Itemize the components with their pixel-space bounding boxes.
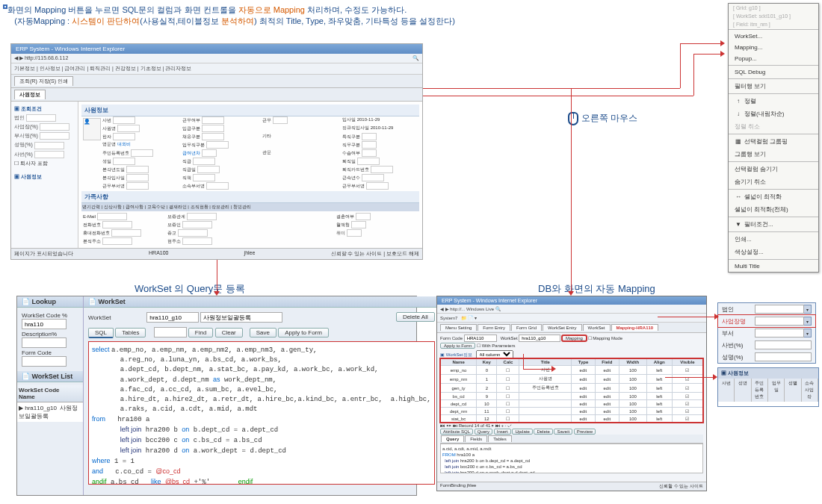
mapping-button[interactable]: Mapping xyxy=(562,335,587,341)
tab-userinfo[interactable]: 사원정보 xyxy=(14,90,46,99)
menu-item[interactable]: 건강정보 xyxy=(115,66,136,71)
erp-menubar[interactable]: 기본정보 | 인사정보 | 급여관리 | 퇴직관리 | 건강정보 | 기초정보 … xyxy=(11,63,422,75)
erp-detail-pane: 사원정보 👤 사번 근무여부 근무 입사일 2010-11-29 사원명 임금구… xyxy=(78,102,422,258)
ctx-info: [ WorkSet: sdd101_g10 ] xyxy=(729,12,818,20)
ctx-filter-cond[interactable]: ▼필터조건... xyxy=(729,218,818,231)
ctx-popup[interactable]: Popup... xyxy=(729,53,818,64)
ctx-width-opt[interactable]: ↔셀넓이 최적화 xyxy=(729,190,818,203)
ctx-multi-title[interactable]: Multi Title xyxy=(729,261,818,272)
db-ws-input[interactable] xyxy=(519,335,560,342)
ctx-info: [ Grid: g10 ] xyxy=(729,4,818,12)
menu-item[interactable]: 관리자정보 xyxy=(165,66,191,71)
find-input[interactable] xyxy=(154,327,187,337)
db-mapping-caption: DB와 화면의 자동 Mapping xyxy=(538,282,655,296)
apply-form-button[interactable]: Apply to Form xyxy=(440,343,475,349)
ctx-sort-asc[interactable]: ↑정렬 xyxy=(729,95,818,108)
arrow-head-icon xyxy=(568,291,574,296)
erp-section2-title: 가족사항 xyxy=(81,191,419,203)
db-formcode[interactable] xyxy=(464,335,497,342)
arrow xyxy=(523,369,553,370)
workset-panel: 📄 Lookup WorkSet Code % Description% For… xyxy=(16,296,417,496)
ctx-sort-desc[interactable]: ↓정렬(내림차순) xyxy=(729,108,818,120)
sql-editor[interactable]: select select a.emp_no, a.emp_nm, a.emp_… xyxy=(88,341,435,485)
mini-result-table: ▣ 사원정보 사번성명주민등록번호업무일성별소속사업장 xyxy=(717,367,819,407)
menu-item[interactable]: 기본정보 xyxy=(14,66,35,71)
erp-statusbar: 페이지가 표시되었습니다 HRA100 jhlee 신뢰할 수 있는 사이트 |… xyxy=(11,248,422,259)
tab-sql[interactable]: SQL xyxy=(88,328,114,338)
ctx-info: [ Field: itm_nm ] xyxy=(729,20,818,28)
workset-header: 📄 WorkSet xyxy=(84,296,439,308)
dropdown-icon[interactable]: ▾ xyxy=(804,305,812,314)
field-input[interactable] xyxy=(755,305,804,314)
menu-item[interactable]: 급여관리 xyxy=(64,66,85,71)
tab-tables[interactable]: Tables xyxy=(115,328,146,337)
apply-button[interactable]: Apply to Form xyxy=(278,328,329,337)
db-combo[interactable]: All column xyxy=(476,350,513,358)
erp-content-tabs: 사원정보 xyxy=(11,88,422,102)
workset-list-header: 📄 WorkSet List xyxy=(17,371,83,382)
delete-all-button[interactable]: Delete All xyxy=(396,312,435,322)
ctx-workset[interactable]: WorkSet... xyxy=(729,31,818,42)
erp-window: ERP System - Windows Internet Explorer ◀… xyxy=(10,43,423,260)
field-input[interactable] xyxy=(755,317,804,326)
context-menu[interactable]: [ Grid: g10 ] [ WorkSet: sdd101_g10 ] [ … xyxy=(728,3,819,273)
erp-titlebar: ERP System - Windows Internet Explorer xyxy=(11,44,422,54)
dropdown-icon[interactable]: ▾ xyxy=(804,317,812,326)
field-input[interactable] xyxy=(755,340,812,349)
ctx-color[interactable]: 색상설정... xyxy=(729,246,818,258)
attr-sql-btn[interactable]: Attribute SQL xyxy=(440,429,473,435)
menu-item[interactable]: 기초정보 xyxy=(140,66,161,71)
ctx-filterrow[interactable]: 필터행 보기 xyxy=(729,80,818,93)
arrow xyxy=(217,260,217,293)
arrow xyxy=(693,54,694,96)
arrow xyxy=(693,54,722,55)
ctx-sort-cancel[interactable]: 정렬 취소 xyxy=(729,120,818,133)
find-button[interactable]: Find xyxy=(188,328,214,337)
save-button[interactable]: Save xyxy=(250,328,276,337)
arrow xyxy=(523,354,524,369)
arrow-head-icon xyxy=(551,366,556,372)
arrow xyxy=(571,88,572,293)
mouse-icon xyxy=(568,112,578,125)
field-input[interactable] xyxy=(755,329,804,337)
ctx-sqldebug[interactable]: SQL Debug xyxy=(729,66,818,78)
workset-code-input[interactable] xyxy=(22,319,67,329)
ctx-group-row[interactable]: 그룹행 보기 xyxy=(729,148,818,161)
ctx-width-opt-all[interactable]: 셀넓이 최적화(전체) xyxy=(729,203,818,216)
erp-tabs: 조회(R) 저장(S) 인쇄 xyxy=(11,75,422,88)
arrow-head-icon xyxy=(720,51,725,57)
field-input[interactable] xyxy=(755,352,812,361)
ctx-hide-col[interactable]: 선택컬럼 숨기기 xyxy=(729,163,818,175)
workset-caption: WorkSet 의 Query문 등록 xyxy=(135,282,245,296)
arrow xyxy=(665,377,714,378)
description-text: 화면의 Mapping 버튼을 누르면 SQL문의 컬럼과 화면 컨트롤을 자동… xyxy=(7,4,455,27)
field-list-panel: 법인▾ 사업장명▾ 부서▾ 사번(%) 성명(%) xyxy=(717,302,816,364)
ctx-print[interactable]: 인쇄... xyxy=(729,233,818,246)
tab-search[interactable]: 조회(R) 저장(S) 인쇄 xyxy=(14,76,73,86)
db-mapping-grid[interactable]: NameKeyCalcTitleTypeFieldWidthAlignVisib… xyxy=(440,358,703,423)
erp-section-title: 사원정보 xyxy=(81,105,419,116)
workset-val-input[interactable] xyxy=(146,312,199,323)
ctx-group-col[interactable]: ▦선택컬럼 그룹핑 xyxy=(729,135,818,148)
arrow xyxy=(423,88,680,89)
ctx-hide-cancel[interactable]: 숨기기 취소 xyxy=(729,175,818,188)
menu-item[interactable]: 퇴직관리 xyxy=(90,66,111,71)
arrow xyxy=(680,43,721,44)
menu-item[interactable]: 인사정보 xyxy=(40,66,61,71)
arrow xyxy=(423,96,693,96)
erp-search-pane: ▣ 조회조건 법인 사업장(%) 부서명(%) 성명(%) 사번(%) ☐ 퇴사… xyxy=(11,102,78,258)
arrow xyxy=(680,43,681,88)
ctx-mapping[interactable]: Mapping... xyxy=(729,42,818,53)
mouse-label: 오른쪽 마우스 xyxy=(568,112,637,125)
arrow-head-icon xyxy=(714,314,719,320)
db-titlebar: ERP System - Windows Internet Explorer xyxy=(437,296,706,305)
db-statusbar: FormBinding jhlee신뢰할 수 있는 사이트 xyxy=(437,482,706,491)
clear-button[interactable]: Clear xyxy=(215,328,243,337)
form-code-input[interactable] xyxy=(22,356,67,367)
arrow xyxy=(658,317,716,317)
workset-list-row[interactable]: ▶ hra110_g10 사원정보일괄등록 xyxy=(17,402,83,422)
dropdown-icon[interactable]: ▾ xyxy=(804,329,812,337)
db-pager[interactable]: ⏮ ◀ ▶ ⏭ Record 14 of 41 ▶ ⏭ + - ✓ xyxy=(440,423,703,429)
workset-name-input[interactable] xyxy=(200,312,282,323)
desc-input[interactable] xyxy=(22,337,67,348)
